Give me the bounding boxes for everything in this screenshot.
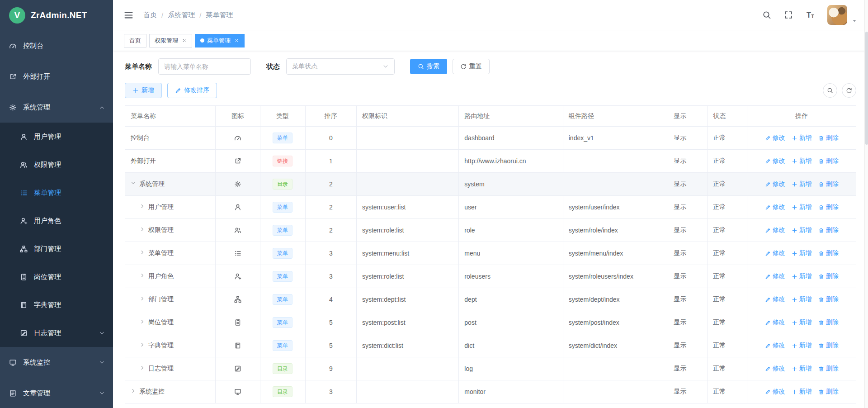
expand-right-icon[interactable] <box>140 296 148 301</box>
add-link[interactable]: 新增 <box>792 226 812 234</box>
sidebar-item-dept[interactable]: 部门管理 <box>0 235 113 263</box>
delete-link[interactable]: 删除 <box>818 365 839 373</box>
edit-link[interactable]: 修改 <box>765 272 785 280</box>
edit-link[interactable]: 修改 <box>765 318 785 327</box>
chevron-down-icon[interactable] <box>852 18 857 24</box>
delete-link[interactable]: 删除 <box>818 318 839 327</box>
expand-right-icon[interactable] <box>140 204 148 209</box>
tab-menu[interactable]: 菜单管理 <box>195 34 245 47</box>
refresh-button[interactable] <box>842 83 856 98</box>
fullscreen-icon[interactable] <box>784 10 793 19</box>
sidebar-item-dict[interactable]: 字典管理 <box>0 291 113 319</box>
add-link[interactable]: 新增 <box>792 134 812 142</box>
search-icon[interactable] <box>762 10 771 19</box>
breadcrumb-item[interactable]: 菜单管理 <box>206 11 233 19</box>
toggle-search-button[interactable] <box>823 83 837 98</box>
hamburger-icon[interactable] <box>124 10 133 20</box>
tab-home[interactable]: 首页 <box>124 34 146 47</box>
delete-link[interactable]: 删除 <box>818 295 839 304</box>
expand-right-icon[interactable] <box>140 319 148 324</box>
expand-right-icon[interactable] <box>140 273 148 278</box>
add-link[interactable]: 新增 <box>792 388 812 396</box>
scrollbar[interactable] <box>864 0 868 408</box>
close-icon[interactable] <box>234 38 239 43</box>
visible-value: 显示 <box>674 342 686 349</box>
add-link[interactable]: 新增 <box>792 249 812 257</box>
sidebar-item-article[interactable]: 文章管理 <box>0 378 113 408</box>
delete-link[interactable]: 删除 <box>818 180 839 188</box>
add-link[interactable]: 新增 <box>792 180 812 188</box>
delete-link[interactable]: 删除 <box>818 134 839 142</box>
edit-link[interactable]: 修改 <box>765 180 785 188</box>
edit-link[interactable]: 修改 <box>765 157 785 165</box>
plus-icon <box>792 158 797 164</box>
component-value: system/dept/index <box>569 296 620 303</box>
font-size-icon[interactable]: TT <box>806 10 815 19</box>
status-select[interactable]: 菜单状态 <box>286 58 395 75</box>
chevron-up-icon <box>99 104 105 110</box>
add-link[interactable]: 新增 <box>792 157 812 165</box>
edit-link[interactable]: 修改 <box>765 134 785 142</box>
brand[interactable]: V ZrAdmin.NET <box>0 0 113 30</box>
trash-icon <box>818 343 824 349</box>
type-tag: 菜单 <box>273 294 292 305</box>
sidebar-item-external[interactable]: 外部打开 <box>0 61 113 92</box>
sidebar-item-log[interactable]: 日志管理 <box>0 319 113 347</box>
sidebar-item-roleusers[interactable]: 用户角色 <box>0 207 113 235</box>
delete-link[interactable]: 删除 <box>818 388 839 396</box>
delete-link[interactable]: 删除 <box>818 203 839 211</box>
route-value: role <box>464 227 475 234</box>
breadcrumb-item[interactable]: 系统管理 <box>168 11 195 19</box>
expand-right-icon[interactable] <box>140 365 148 370</box>
search-button[interactable]: 搜索 <box>410 59 447 74</box>
delete-link[interactable]: 删除 <box>818 249 839 257</box>
delete-link[interactable]: 删除 <box>818 157 839 165</box>
expand-right-icon[interactable] <box>140 342 148 347</box>
breadcrumb-item[interactable]: 首页 <box>143 11 157 19</box>
search-icon <box>418 63 424 70</box>
edit-link[interactable]: 修改 <box>765 249 785 257</box>
sidebar-item-role[interactable]: 权限管理 <box>0 151 113 179</box>
expand-down-icon[interactable] <box>131 180 139 186</box>
add-button[interactable]: 新增 <box>125 83 162 98</box>
edit-link[interactable]: 修改 <box>765 365 785 373</box>
expand-right-icon[interactable] <box>140 227 148 232</box>
add-link[interactable]: 新增 <box>792 295 812 304</box>
component-value: system/menu/index <box>569 250 623 257</box>
menu-name-input[interactable] <box>158 58 251 75</box>
sidebar-item-user[interactable]: 用户管理 <box>0 123 113 151</box>
dept-tree-icon <box>20 245 28 253</box>
sidebar-item-menu[interactable]: 菜单管理 <box>0 179 113 207</box>
sidebar-item-dashboard[interactable]: 控制台 <box>0 30 113 61</box>
reset-button-label: 重置 <box>469 62 482 71</box>
add-link[interactable]: 新增 <box>792 342 812 350</box>
scrollbar-thumb[interactable] <box>865 32 868 145</box>
edit-link[interactable]: 修改 <box>765 295 785 304</box>
chevron-right-icon <box>131 388 136 394</box>
dashboard-icon <box>9 42 17 50</box>
sidebar-item-post[interactable]: 岗位管理 <box>0 263 113 291</box>
expand-right-icon[interactable] <box>140 250 148 255</box>
add-link[interactable]: 新增 <box>792 318 812 327</box>
delete-link[interactable]: 删除 <box>818 272 839 280</box>
menu-name: 用户角色 <box>148 272 174 280</box>
sidebar-item-system[interactable]: 系统管理 <box>0 92 113 123</box>
close-icon[interactable] <box>182 38 187 43</box>
sort-button[interactable]: 修改排序 <box>167 83 217 98</box>
delete-link[interactable]: 删除 <box>818 342 839 350</box>
reset-button[interactable]: 重置 <box>453 59 490 74</box>
delete-link[interactable]: 删除 <box>818 226 839 234</box>
expand-right-icon[interactable] <box>131 388 139 394</box>
edit-link[interactable]: 修改 <box>765 388 785 396</box>
sidebar-item-monitor[interactable]: 系统监控 <box>0 347 113 378</box>
edit-link[interactable]: 修改 <box>765 342 785 350</box>
add-link[interactable]: 新增 <box>792 365 812 373</box>
edit-link[interactable]: 修改 <box>765 203 785 211</box>
avatar[interactable] <box>827 5 847 25</box>
menu-table: 菜单名称图标类型排序权限标识路由地址组件路径显示状态操作 控制台菜单0dashb… <box>125 105 856 403</box>
table-row: 控制台菜单0dashboardindex_v1显示正常修改新增删除 <box>125 127 856 150</box>
tab-role[interactable]: 权限管理 <box>149 34 192 47</box>
add-link[interactable]: 新增 <box>792 203 812 211</box>
edit-link[interactable]: 修改 <box>765 226 785 234</box>
add-link[interactable]: 新增 <box>792 272 812 280</box>
